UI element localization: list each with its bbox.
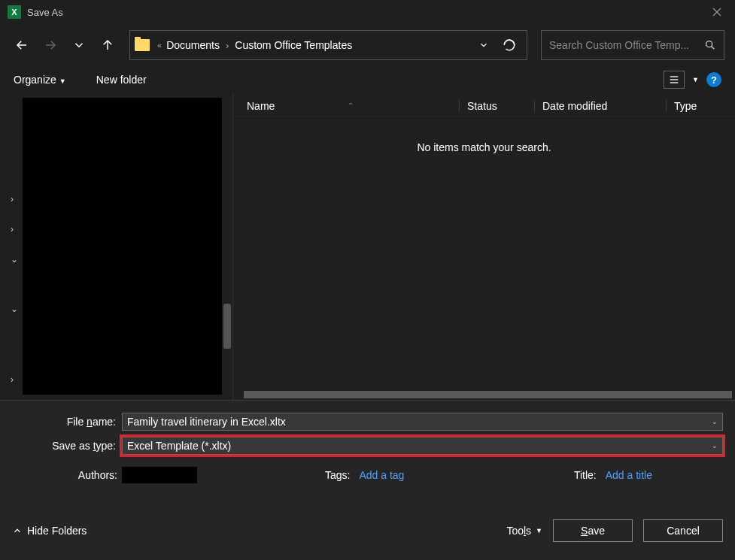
refresh-button[interactable] <box>497 32 522 58</box>
organize-label: Organize <box>14 74 56 86</box>
filename-input[interactable]: Family travel itinerary in Excel.xltx ⌄ <box>122 413 723 431</box>
column-name-label: Name <box>247 100 275 112</box>
recent-locations-button[interactable] <box>68 34 90 56</box>
sort-indicator-icon: ⌃ <box>348 101 354 110</box>
crumb-templates[interactable]: Custom Office Templates <box>235 39 352 51</box>
column-name[interactable]: Name ⌃ <box>233 100 459 112</box>
saveas-dropdown-icon[interactable]: ⌄ <box>712 442 718 450</box>
tree-collapse-icon[interactable]: ⌄ <box>11 254 18 265</box>
tree-redacted <box>23 98 222 395</box>
up-button[interactable] <box>96 34 119 56</box>
svg-point-5 <box>706 41 712 47</box>
folder-tree[interactable]: › › ⌄ ⌄ › <box>0 93 233 400</box>
authors-value[interactable] <box>122 467 197 483</box>
breadcrumb[interactable]: « Documents › Custom Office Templates <box>129 30 527 60</box>
view-button[interactable] <box>664 71 685 89</box>
hide-folders-label: Hide Folders <box>27 525 87 537</box>
search-icon[interactable] <box>704 39 716 51</box>
file-list[interactable]: Name ⌃ Status Date modified Type No item… <box>233 93 735 400</box>
tags-label: Tags: <box>325 469 354 481</box>
crumb-overflow-icon[interactable]: « <box>157 41 162 50</box>
filename-label: File name: <box>8 416 122 428</box>
cancel-button[interactable]: Cancel <box>643 519 723 542</box>
window-title: Save As <box>27 7 702 18</box>
title-label: Title: <box>574 469 601 481</box>
search-placeholder: Search Custom Office Temp... <box>549 39 700 51</box>
search-input[interactable]: Search Custom Office Temp... <box>541 30 724 60</box>
new-folder-button[interactable]: New folder <box>96 74 147 86</box>
saveas-label: Save as type: <box>8 440 122 452</box>
save-button[interactable]: Save <box>553 519 633 542</box>
crumb-documents[interactable]: Documents <box>166 39 220 51</box>
view-caret-icon[interactable]: ▼ <box>692 76 699 83</box>
tree-expand-icon[interactable]: › <box>11 374 14 385</box>
excel-icon: X <box>8 5 21 19</box>
filename-value: Family travel itinerary in Excel.xltx <box>127 416 712 428</box>
svg-line-6 <box>712 47 715 50</box>
column-status[interactable]: Status <box>459 100 534 112</box>
column-modified[interactable]: Date modified <box>534 100 666 112</box>
tags-value[interactable]: Add a tag <box>359 469 404 481</box>
back-button[interactable] <box>11 34 33 56</box>
crumb-separator-icon[interactable]: › <box>226 40 229 51</box>
close-button[interactable] <box>702 0 732 24</box>
organize-caret-icon: ▼ <box>59 77 66 85</box>
tree-expand-icon[interactable]: › <box>11 194 14 204</box>
authors-label: Authors: <box>8 469 122 481</box>
horizontal-scrollbar[interactable] <box>233 389 735 400</box>
help-button[interactable]: ? <box>706 72 721 87</box>
crumb-dropdown-icon[interactable] <box>478 40 489 50</box>
column-type[interactable]: Type <box>666 100 735 112</box>
saveas-value: Excel Template (*.xltx) <box>127 440 712 452</box>
forward-button[interactable] <box>39 34 62 56</box>
filename-dropdown-icon[interactable]: ⌄ <box>712 418 718 425</box>
saveas-type-select[interactable]: Excel Template (*.xltx) ⌄ <box>122 437 723 455</box>
tree-scrollbar[interactable] <box>223 304 231 349</box>
title-value[interactable]: Add a title <box>606 469 652 481</box>
tools-button[interactable]: Tools ▼ <box>506 525 542 537</box>
empty-message: No items match your search. <box>233 141 735 153</box>
organize-button[interactable]: Organize▼ <box>14 74 66 86</box>
tools-caret-icon: ▼ <box>536 527 542 534</box>
tree-collapse-icon[interactable]: ⌄ <box>11 304 18 314</box>
tree-expand-icon[interactable]: › <box>11 224 14 235</box>
hide-folders-button[interactable]: Hide Folders <box>12 525 87 537</box>
folder-icon <box>135 39 150 51</box>
